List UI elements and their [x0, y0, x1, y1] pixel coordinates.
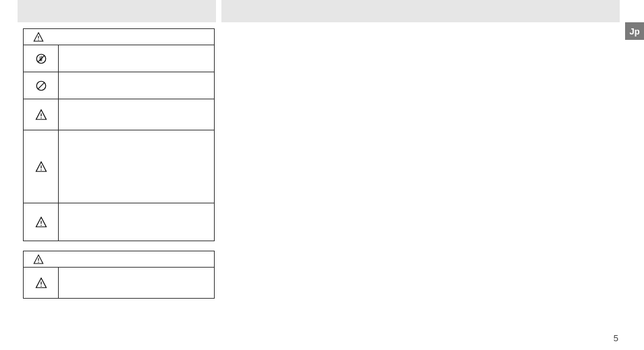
- header-bar-left: [18, 0, 216, 22]
- svg-point-9: [41, 170, 42, 171]
- row-body-cell: [59, 203, 215, 241]
- table-row: [24, 99, 215, 130]
- table-row: [24, 72, 215, 99]
- row-body-cell: [59, 130, 215, 203]
- row-body-cell: [59, 72, 215, 99]
- warning-icon: [35, 216, 47, 228]
- warning-icon: [33, 32, 44, 43]
- row-body-cell: [59, 45, 215, 72]
- table-header: [24, 251, 215, 268]
- svg-point-15: [41, 286, 42, 287]
- svg-point-7: [41, 118, 42, 119]
- prohibit-icon: [35, 80, 47, 92]
- svg-point-11: [41, 225, 42, 226]
- row-icon-cell: [24, 130, 59, 203]
- svg-point-1: [38, 40, 38, 41]
- table-row: [24, 45, 215, 72]
- warning-icon: [35, 109, 47, 121]
- row-icon-cell: [24, 268, 59, 299]
- header-bars: [0, 0, 644, 22]
- warning-icon: [35, 277, 47, 289]
- language-label: Jp: [629, 26, 639, 36]
- safety-table: [23, 251, 215, 299]
- row-body-cell: [59, 99, 215, 130]
- row-icon-cell: [24, 203, 59, 241]
- language-tab: Jp: [625, 22, 644, 40]
- row-body-cell: [59, 268, 215, 299]
- table-header: [24, 29, 215, 45]
- row-icon-cell: [24, 45, 59, 72]
- no-touch-icon: [35, 53, 47, 65]
- safety-table: [23, 28, 215, 241]
- row-icon-cell: [24, 99, 59, 130]
- table-row: [24, 268, 215, 299]
- warning-icon: [33, 254, 44, 265]
- header-bar-right: [221, 0, 620, 22]
- warning-icon: [35, 161, 47, 173]
- table-row: [24, 203, 215, 241]
- svg-point-13: [38, 262, 38, 263]
- table-row: [24, 130, 215, 203]
- page-number: 5: [614, 333, 618, 343]
- svg-line-5: [38, 82, 45, 89]
- row-icon-cell: [24, 72, 59, 99]
- safety-tables: [23, 28, 644, 299]
